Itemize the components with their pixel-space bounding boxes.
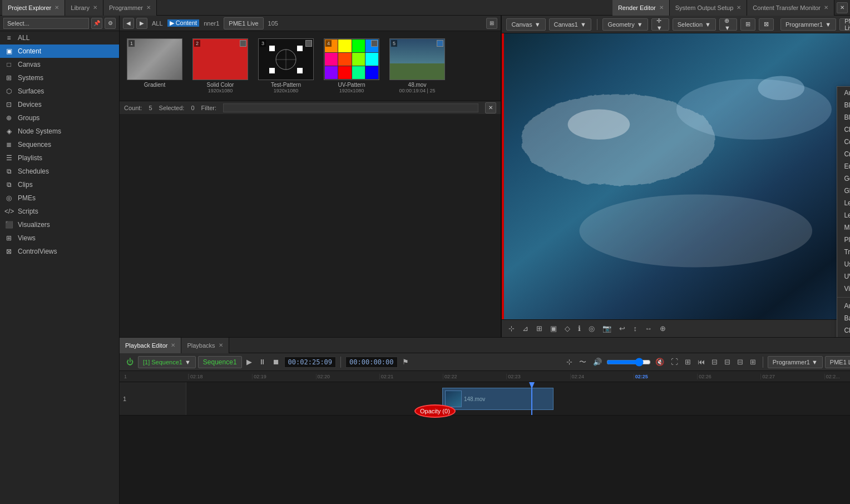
- resize2-btn[interactable]: ⊞: [683, 357, 693, 367]
- sidebar-item-node-systems[interactable]: ◈ Node Systems: [0, 125, 119, 138]
- select-input[interactable]: [3, 18, 89, 29]
- content-item-solid-color[interactable]: 2 Solid Color 1920x1080: [190, 36, 251, 96]
- volume-slider[interactable]: [606, 358, 651, 367]
- camera-btn[interactable]: 📷: [600, 323, 614, 334]
- power-btn[interactable]: ⏻: [124, 357, 136, 367]
- close-icon[interactable]: ✕: [219, 342, 223, 348]
- sidebar-item-all[interactable]: ≡ ALL: [0, 31, 119, 45]
- tab-playback-editor[interactable]: Playback Editor ✕: [120, 338, 181, 353]
- content-item-uv-pattern[interactable]: 4 UV-Pattern 1920x1080: [321, 36, 382, 96]
- ctx-item-clip-target[interactable]: Clip Target: [837, 324, 850, 337]
- tab-content-transfer[interactable]: Content Transfer Monitor ✕: [747, 0, 834, 16]
- content-item-test-pattern[interactable]: 3 Test-Pattern 1920x1080: [255, 36, 317, 96]
- canvas1-dropdown[interactable]: Canvas1 ▼: [549, 18, 591, 31]
- circle-btn[interactable]: ◎: [586, 323, 597, 334]
- sidebar-item-sequences[interactable]: ≣ Sequences: [0, 138, 119, 151]
- ctx-item-global-light[interactable]: Global Light ▶: [837, 185, 850, 197]
- info-btn[interactable]: ℹ: [576, 323, 583, 334]
- playback-snap-btn[interactable]: ⊹: [564, 357, 575, 367]
- sidebar-item-schedules[interactable]: ⧉ Schedules: [0, 165, 119, 178]
- grid-btn[interactable]: ⊞: [534, 323, 545, 334]
- nav-back-btn[interactable]: ◀: [123, 18, 134, 29]
- align1-btn[interactable]: ⊟: [709, 357, 720, 367]
- ctx-item-user-properties[interactable]: User Properties ▶: [837, 258, 850, 270]
- live2-dropdown[interactable]: PME1 Live ▼: [825, 356, 850, 368]
- sidebar-item-groups[interactable]: ⊕ Groups: [0, 111, 119, 125]
- clip-block-video[interactable]: 148.mov: [442, 388, 554, 410]
- ctx-item-color-correction[interactable]: Color Correction ▶: [837, 136, 850, 148]
- geometry-dropdown[interactable]: Geometry ▼: [602, 18, 648, 31]
- content-item-video[interactable]: 5 48.mov 00:00:19:04 | 25: [387, 36, 448, 96]
- tab-playbacks[interactable]: Playbacks ✕: [181, 338, 229, 353]
- opacity-circle-label[interactable]: Opacity (0): [414, 404, 456, 418]
- sidebar-item-scripts[interactable]: </> Scripts: [0, 205, 119, 218]
- snap-btn[interactable]: ⊹: [506, 323, 517, 334]
- stop-btn[interactable]: ⏹: [270, 357, 282, 367]
- align3-btn[interactable]: ⊟: [735, 357, 745, 367]
- align-btn[interactable]: ⊠: [759, 18, 774, 31]
- ctx-item-blend-mode[interactable]: Blend Mode ▶: [837, 99, 850, 111]
- move-btn[interactable]: ✛ ▼: [651, 18, 669, 31]
- close-app-btn[interactable]: ✕: [837, 2, 848, 13]
- sidebar-item-canvas[interactable]: □ Canvas: [0, 58, 119, 71]
- close-icon[interactable]: ✕: [171, 342, 175, 348]
- grid-view-btn[interactable]: ⊞: [486, 18, 497, 29]
- programmer2-dropdown[interactable]: Programmer1 ▼: [768, 356, 823, 368]
- ctx-item-transform[interactable]: Transform: [837, 246, 850, 258]
- canvas-dropdown[interactable]: Canvas ▼: [506, 18, 545, 31]
- programmer-dropdown[interactable]: Programmer1 ▼: [780, 18, 836, 31]
- undo-btn[interactable]: ↩: [617, 323, 627, 334]
- ctx-item-plane-settings[interactable]: Plane Settings: [837, 234, 850, 246]
- sidebar-item-visualizers[interactable]: ⬛ Visualizers: [0, 218, 119, 231]
- wave-btn[interactable]: 〜: [577, 356, 589, 368]
- pause-btn[interactable]: ⏸: [256, 357, 268, 367]
- close-icon[interactable]: ✕: [659, 4, 664, 11]
- play-btn[interactable]: ▶: [244, 357, 254, 367]
- seq-name-btn[interactable]: Sequence1: [198, 356, 242, 368]
- pin-btn[interactable]: 📌: [91, 18, 102, 29]
- close-icon[interactable]: ✕: [824, 4, 828, 11]
- sidebar-item-pmes[interactable]: ◎ PMEs: [0, 191, 119, 205]
- clear-filter-btn[interactable]: ✕: [485, 102, 496, 113]
- tab-programmer[interactable]: Programmer ✕: [103, 0, 157, 16]
- ctx-item-blend-operation[interactable]: Blend Operation ▶: [837, 111, 850, 123]
- fullscreen2-btn[interactable]: ⛶: [669, 357, 680, 367]
- tab-system-output[interactable]: System Output Setup ✕: [670, 0, 748, 16]
- selection-dropdown[interactable]: Selection ▼: [673, 18, 716, 31]
- sidebar-item-devices[interactable]: ⊡ Devices: [0, 98, 119, 111]
- sidebar-item-content[interactable]: ▣ Content: [0, 45, 119, 58]
- flag-btn[interactable]: ⚑: [400, 357, 411, 367]
- media-btn[interactable]: ▣: [548, 323, 559, 334]
- close-icon[interactable]: ✕: [93, 4, 97, 11]
- ctx-item-background-color[interactable]: Background Color: [837, 312, 850, 324]
- filter-input[interactable]: [223, 103, 478, 112]
- nav-forward-btn[interactable]: ▶: [136, 18, 147, 29]
- transform-btn[interactable]: ⊕ ▼: [719, 18, 737, 31]
- settings-btn[interactable]: ⚙: [105, 18, 116, 29]
- align4-btn[interactable]: ⊞: [748, 357, 758, 367]
- tab-library[interactable]: Library ✕: [65, 0, 103, 16]
- diamond-btn[interactable]: ◇: [562, 323, 572, 334]
- content-item-gradient[interactable]: 1 Gradient: [124, 36, 185, 96]
- ctx-item-clip-time[interactable]: Clip Time: [837, 123, 850, 136]
- sidebar-item-playlists[interactable]: ☰ Playlists: [0, 151, 119, 165]
- rewind-btn[interactable]: ⏮: [695, 357, 707, 367]
- close-icon[interactable]: ✕: [55, 4, 59, 11]
- live-dropdown[interactable]: PME1 Live ▼: [839, 18, 850, 31]
- ctx-item-crop[interactable]: Crop: [837, 148, 850, 160]
- fullscreen-btn[interactable]: ⊕: [658, 323, 668, 334]
- playhead[interactable]: [531, 382, 532, 415]
- sidebar-item-controlviews[interactable]: ⊠ ControlViews: [0, 245, 119, 258]
- close-icon[interactable]: ✕: [146, 4, 151, 11]
- ctx-item-levels-correction[interactable]: Levels Correction ▶: [837, 209, 850, 221]
- tab-project-explorer[interactable]: Project Explorer ✕: [2, 0, 65, 16]
- vol-icon[interactable]: 🔊: [591, 357, 604, 367]
- sidebar-item-systems[interactable]: ⊞ Systems: [0, 71, 119, 85]
- sidebar-item-surfaces[interactable]: ⬡ Surfaces: [0, 85, 119, 98]
- ctx-item-equalizer[interactable]: Equalizer: [837, 160, 850, 172]
- ctx-item-geometry-modifier[interactable]: Geometry Modifier ▶: [837, 172, 850, 185]
- ctx-item-audio[interactable]: Audio: [837, 300, 850, 312]
- sidebar-item-views[interactable]: ⊞ Views: [0, 231, 119, 245]
- anchor-btn[interactable]: ⊿: [520, 323, 531, 334]
- align2-btn[interactable]: ⊟: [722, 357, 733, 367]
